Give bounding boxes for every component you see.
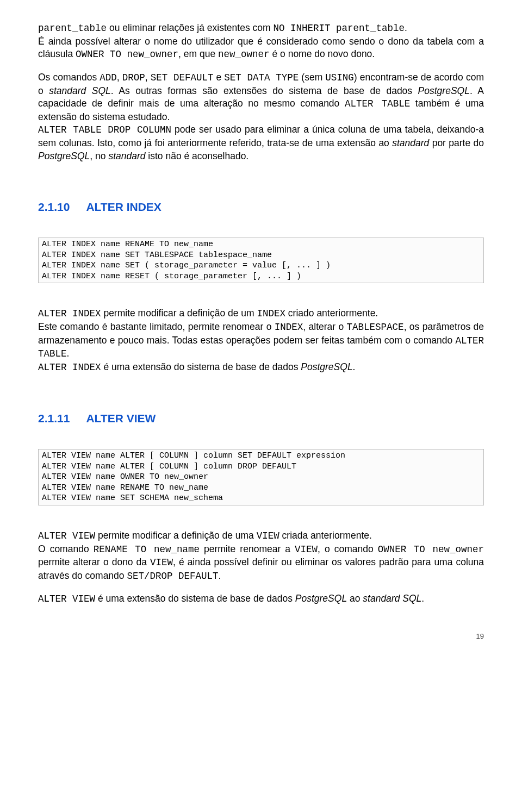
text-run: , o comando <box>318 544 378 554</box>
paragraph-4: ALTER TABLE DROP COLUMN pode ser usado p… <box>38 123 484 163</box>
text-run: criado anteriormente. <box>285 308 378 318</box>
text-run: , alterar o <box>303 321 346 332</box>
text-run: . As outras formas são extensões do sist… <box>111 85 418 96</box>
code-block-alter-view: ALTER VIEW name ALTER [ COLUMN ] column … <box>38 449 484 505</box>
code-inline: ADD <box>100 72 117 83</box>
text-run: é uma extensão do sistema de base de dad… <box>95 593 295 604</box>
text-run: permite alterar o dono da <box>38 557 150 567</box>
text-run: e <box>213 72 224 83</box>
paragraph-9: O comando RENAME TO new_name permite ren… <box>38 543 484 583</box>
section-number: 2.1.11 <box>38 412 70 425</box>
text-run: criada anteriormente. <box>279 530 372 541</box>
page: parent_table ou eliminar relações já exi… <box>0 0 522 657</box>
code-inline: new_owner <box>218 49 270 60</box>
code-inline: ALTER TABLE <box>345 98 410 109</box>
text-run: isto não é aconselhado. <box>146 151 249 161</box>
section-number: 2.1.10 <box>38 201 70 214</box>
text-run: por parte do <box>429 138 484 148</box>
text-run: é uma extensão do sistema de base de dad… <box>101 361 301 372</box>
code-inline: ALTER INDEX <box>38 362 101 373</box>
code-inline: ALTER TABLE DROP COLUMN <box>38 124 171 135</box>
paragraph-2: É ainda possível alterar o nome do utili… <box>38 35 484 61</box>
text-run: permite modificar a definição de uma <box>95 530 257 541</box>
code-inline: SET DATA TYPE <box>224 72 299 83</box>
text-run: . <box>218 570 221 581</box>
italic-run: standard SQL <box>49 85 111 96</box>
code-inline: ALTER INDEX <box>38 308 101 319</box>
paragraph-1: parent_table ou eliminar relações já exi… <box>38 22 484 35</box>
code-inline: DROP <box>122 72 145 83</box>
paragraph-6: Este comando é bastante limitado, permit… <box>38 321 484 361</box>
text-run: . <box>353 361 356 372</box>
text-run: , no <box>90 151 108 161</box>
italic-run: standard SQL <box>363 593 421 604</box>
paragraph-8: ALTER VIEW permite modificar a definição… <box>38 529 484 543</box>
code-inline: SET DEFAULT <box>151 72 214 83</box>
code-inline: INDEX <box>275 322 303 333</box>
text-run: . <box>405 22 407 33</box>
page-number: 19 <box>38 632 484 640</box>
text-run: (sem <box>299 72 325 83</box>
section-heading-alter-view: 2.1.11ALTER VIEW <box>38 412 484 425</box>
text-run: O comando <box>38 544 94 554</box>
text-run: . <box>67 348 70 359</box>
code-inline: INDEX <box>257 308 285 319</box>
code-inline: OWNER TO new_owner <box>76 49 178 60</box>
code-inline: OWNER TO new_owner <box>378 544 484 555</box>
code-inline: NO INHERIT parent_table <box>273 23 405 34</box>
text-run: , em que <box>178 48 218 59</box>
italic-run: PostgreSQL <box>295 593 347 604</box>
text-run: , <box>117 72 122 83</box>
code-inline: VIEW <box>295 544 318 555</box>
paragraph-10: ALTER VIEW é uma extensão do sistema de … <box>38 592 484 606</box>
paragraph-3: Os comandos ADD, DROP, SET DEFAULT e SET… <box>38 71 484 124</box>
code-inline: ALTER VIEW <box>38 594 95 604</box>
code-block-alter-index: ALTER INDEX name RENAME TO new_name ALTE… <box>38 238 484 283</box>
paragraph-5: ALTER INDEX permite modificar a definiçã… <box>38 307 484 321</box>
text-run: Este comando é bastante limitado, permit… <box>38 321 275 332</box>
text-run: , <box>145 72 151 83</box>
code-inline: SET/DROP DEFAULT <box>127 571 218 582</box>
section-title: ALTER VIEW <box>86 412 156 424</box>
italic-run: standard <box>108 151 145 161</box>
text-run: ou eliminar relações já existentes com <box>107 22 273 33</box>
italic-run: PostgreSQL <box>301 361 352 372</box>
section-heading-alter-index: 2.1.10ALTER INDEX <box>38 201 484 214</box>
italic-run: PostgreSQL <box>418 85 470 96</box>
code-inline: VIEW <box>257 530 279 541</box>
code-inline: parent_table <box>38 23 107 34</box>
text-run: é o nome do novo dono. <box>270 48 375 59</box>
text-run: ao <box>347 593 363 604</box>
text-run: Os comandos <box>38 72 100 83</box>
code-inline: TABLESPACE <box>347 322 404 333</box>
code-inline: VIEW <box>150 557 173 568</box>
paragraph-7: ALTER INDEX é uma extensão do sistema de… <box>38 361 484 374</box>
section-title: ALTER INDEX <box>86 201 161 213</box>
text-run: permite modificar a definição de um <box>101 308 257 318</box>
code-inline: RENAME TO new_name <box>94 544 200 555</box>
text-run: permite renomear a <box>200 544 295 554</box>
code-inline: ALTER VIEW <box>38 530 95 541</box>
text-run: . <box>421 593 424 604</box>
code-inline: USING <box>325 72 354 83</box>
italic-run: PostgreSQL <box>38 151 90 161</box>
italic-run: standard <box>392 138 429 148</box>
